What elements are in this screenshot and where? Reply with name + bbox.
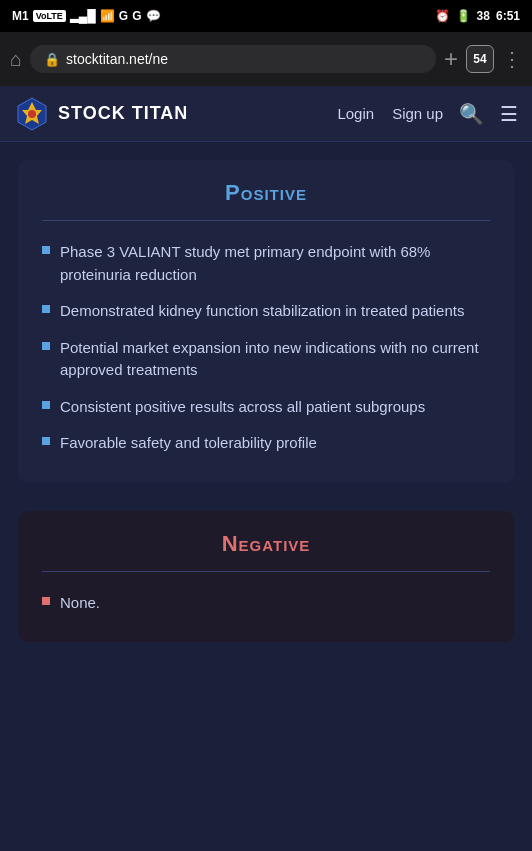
list-item: Demonstrated kidney function stabilizati… — [42, 300, 490, 323]
negative-section-title: Negative — [42, 531, 490, 557]
browser-chrome: ⌂ 🔒 stocktitan.net/ne + 54 ⋮ — [0, 32, 532, 86]
address-bar[interactable]: 🔒 stocktitan.net/ne — [30, 45, 436, 73]
negative-section: Negative None. — [18, 511, 514, 643]
bullet-icon — [42, 401, 50, 409]
list-item: None. — [42, 592, 490, 615]
bullet-icon — [42, 305, 50, 313]
status-right: ⏰ 🔋 38 6:51 — [435, 9, 520, 23]
positive-item-1: Phase 3 VALIANT study met primary endpoi… — [60, 241, 490, 286]
status-left: M1 VoLTE ▂▄█ 📶 G G 💬 — [12, 9, 161, 23]
tab-count-badge[interactable]: 54 — [466, 45, 494, 73]
url-text: stocktitan.net/ne — [66, 51, 168, 67]
g-icon-1: G — [119, 9, 128, 23]
bullet-icon — [42, 437, 50, 445]
bullet-icon — [42, 342, 50, 350]
negative-item-1: None. — [60, 592, 100, 615]
positive-divider — [42, 220, 490, 221]
time-display: 6:51 — [496, 9, 520, 23]
list-item: Consistent positive results across all p… — [42, 396, 490, 419]
browser-menu-button[interactable]: ⋮ — [502, 47, 522, 71]
new-tab-button[interactable]: + — [444, 45, 458, 73]
wifi-icon: 📶 — [100, 9, 115, 23]
signup-link[interactable]: Sign up — [392, 105, 443, 122]
negative-divider — [42, 571, 490, 572]
positive-item-2: Demonstrated kidney function stabilizati… — [60, 300, 464, 323]
status-bar: M1 VoLTE ▂▄█ 📶 G G 💬 ⏰ 🔋 38 6:51 — [0, 0, 532, 32]
battery-level: 38 — [477, 9, 490, 23]
nav-links: Login Sign up — [337, 105, 443, 122]
bullet-icon — [42, 246, 50, 254]
g-icon-2: G — [132, 9, 141, 23]
negative-bullet-list: None. — [42, 592, 490, 615]
positive-item-3: Potential market expansion into new indi… — [60, 337, 490, 382]
list-item: Phase 3 VALIANT study met primary endpoi… — [42, 241, 490, 286]
positive-section: Positive Phase 3 VALIANT study met prima… — [18, 160, 514, 483]
signal-icon: ▂▄█ — [70, 9, 96, 23]
section-gap — [0, 483, 532, 511]
whatsapp-icon: 💬 — [146, 9, 161, 23]
nav-icons: 🔍 ☰ — [459, 102, 518, 126]
bullet-icon — [42, 597, 50, 605]
positive-item-4: Consistent positive results across all p… — [60, 396, 425, 419]
volte-badge: VoLTE — [33, 10, 66, 22]
nav-bar: STOCK TITAN Login Sign up 🔍 ☰ — [0, 86, 532, 142]
main-content: Positive Phase 3 VALIANT study met prima… — [0, 142, 532, 672]
list-item: Favorable safety and tolerability profil… — [42, 432, 490, 455]
security-icon: 🔒 — [44, 52, 60, 67]
alarm-icon: ⏰ — [435, 9, 450, 23]
login-link[interactable]: Login — [337, 105, 374, 122]
logo-container: STOCK TITAN — [14, 96, 337, 132]
search-icon[interactable]: 🔍 — [459, 102, 484, 126]
site-logo-text: STOCK TITAN — [58, 103, 188, 124]
positive-bullet-list: Phase 3 VALIANT study met primary endpoi… — [42, 241, 490, 455]
list-item: Potential market expansion into new indi… — [42, 337, 490, 382]
carrier-label: M1 — [12, 9, 29, 23]
positive-section-title: Positive — [42, 180, 490, 206]
home-icon[interactable]: ⌂ — [10, 48, 22, 71]
battery-icon: 🔋 — [456, 9, 471, 23]
hamburger-menu-icon[interactable]: ☰ — [500, 102, 518, 126]
positive-item-5: Favorable safety and tolerability profil… — [60, 432, 317, 455]
stock-titan-logo-icon — [14, 96, 50, 132]
svg-point-2 — [28, 110, 36, 118]
